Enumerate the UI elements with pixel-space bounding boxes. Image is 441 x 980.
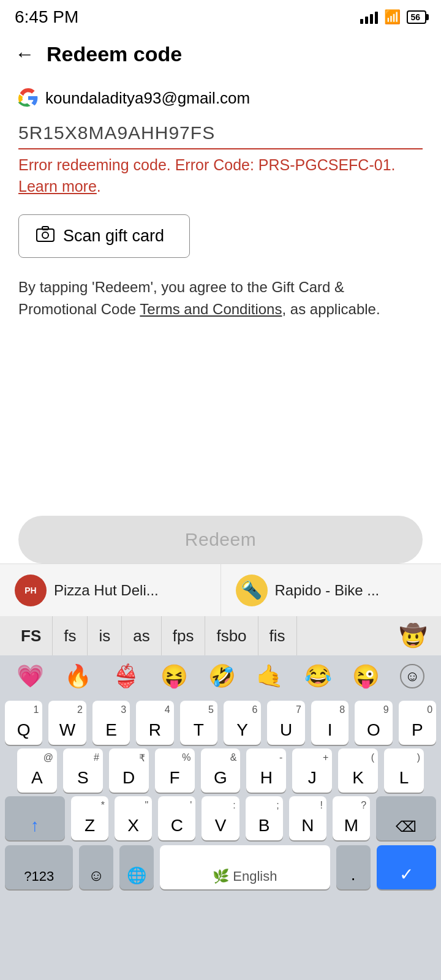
emoji-wink[interactable]: 😜 [352, 663, 380, 689]
emoji-fire[interactable]: 🔥 [64, 663, 92, 689]
key-x[interactable]: "X [115, 796, 152, 840]
key-h[interactable]: -H [246, 748, 286, 793]
header: ← Redeem code [0, 32, 441, 76]
keyboard-row-1: 1Q 2W 3E 4R 5T 6Y 7U 8I 9O 0P [0, 697, 441, 745]
key-y[interactable]: 6Y [224, 701, 261, 745]
app-suggestion-rapido[interactable]: 🔦 Rapido - Bike ... [221, 564, 442, 616]
google-logo-icon [18, 88, 38, 108]
emoji-tongue[interactable]: 😝 [160, 663, 188, 689]
svg-rect-2 [42, 227, 48, 230]
key-r[interactable]: 4R [136, 701, 173, 745]
autocomplete-fs[interactable]: FS [10, 616, 53, 655]
key-l[interactable]: )L [384, 748, 424, 793]
autocomplete-fs2[interactable]: fs [53, 616, 88, 655]
svg-point-1 [42, 232, 48, 238]
key-n[interactable]: !N [289, 796, 326, 840]
key-f[interactable]: %F [155, 748, 195, 793]
key-w[interactable]: 2W [48, 701, 86, 745]
pizza-hut-name: Pizza Hut Deli... [54, 582, 159, 599]
space-key[interactable]: 🌿 English [160, 845, 330, 889]
done-key[interactable]: ✓ [377, 845, 436, 889]
num-key[interactable]: ?123 [5, 845, 73, 889]
autocomplete-fis[interactable]: fis [258, 616, 297, 655]
pizza-hut-icon: PH [15, 575, 47, 606]
rapido-name: Rapido - Bike ... [275, 582, 380, 599]
camera-icon [36, 226, 55, 246]
wifi-icon: 📶 [384, 9, 401, 25]
scan-gift-card-label: Scan gift card [63, 227, 164, 246]
keyboard-row-3: ↑ *Z "X 'C :V ;B !N ?M ⌫ [0, 793, 441, 840]
emoji-face-icon[interactable]: ☺ [400, 664, 424, 688]
svg-rect-0 [37, 229, 54, 241]
key-k[interactable]: (K [338, 748, 378, 793]
code-input-wrapper[interactable] [18, 123, 423, 149]
key-q[interactable]: 1Q [5, 701, 42, 745]
globe-key[interactable]: 🌐 [119, 845, 154, 889]
key-e[interactable]: 3E [92, 701, 130, 745]
redeem-button[interactable]: Redeem [18, 516, 423, 564]
key-c[interactable]: 'C [158, 796, 195, 840]
signal-icon [360, 10, 378, 24]
terms-text: By tapping 'Redeem', you agree to the Gi… [18, 276, 423, 320]
app-suggestion-pizza-hut[interactable]: PH Pizza Hut Deli... [0, 564, 221, 616]
keyboard: 1Q 2W 3E 4R 5T 6Y 7U 8I 9O 0P @A #S ₹D %… [0, 697, 441, 980]
code-input[interactable] [18, 123, 423, 149]
learn-more-link[interactable]: Learn more [18, 178, 97, 195]
autocomplete-as[interactable]: as [122, 616, 161, 655]
autocomplete-is[interactable]: is [88, 616, 122, 655]
key-u[interactable]: 7U [267, 701, 304, 745]
autocomplete-fsbo[interactable]: fsbo [205, 616, 258, 655]
content-area: koundaladitya93@gmail.com Error redeemin… [0, 76, 441, 333]
emoji-watermelon[interactable]: 🤣 [208, 663, 236, 689]
key-a[interactable]: @A [17, 748, 57, 793]
emoji-bikini[interactable]: 👙 [112, 663, 140, 689]
key-j[interactable]: +J [292, 748, 332, 793]
key-b[interactable]: ;B [246, 796, 283, 840]
error-message: Error redeeming code. Error Code: PRS-PG… [18, 154, 423, 197]
scan-gift-card-button[interactable]: Scan gift card [18, 214, 190, 258]
key-z[interactable]: *Z [71, 796, 108, 840]
back-button[interactable]: ← [15, 43, 34, 66]
account-row: koundaladitya93@gmail.com [18, 88, 423, 108]
key-p[interactable]: 0P [399, 701, 436, 745]
key-s[interactable]: #S [63, 748, 103, 793]
shift-key[interactable]: ↑ [5, 796, 65, 840]
key-d[interactable]: ₹D [109, 748, 149, 793]
emoji-key[interactable]: ☺ [79, 845, 113, 889]
key-v[interactable]: :V [202, 796, 239, 840]
emoji-row: 💗 🔥 👙 😝 🤣 🤙 😂 😜 ☺ [0, 655, 441, 697]
keyboard-row-bottom: ?123 ☺ 🌐 🌿 English . ✓ [0, 840, 441, 889]
autocomplete-fps[interactable]: fps [162, 616, 206, 655]
key-m[interactable]: ?M [333, 796, 370, 840]
emoji-avatar-button[interactable]: 🤠 [394, 617, 431, 654]
key-t[interactable]: 5T [180, 701, 217, 745]
emoji-laughcry[interactable]: 😂 [304, 663, 332, 689]
emoji-hearts[interactable]: 💗 [17, 663, 44, 689]
status-icons: 📶 56 [360, 9, 426, 25]
keyboard-row-2: @A #S ₹D %F &G -H +J (K )L [0, 745, 441, 793]
status-time: 6:45 PM [15, 7, 78, 27]
account-email: koundaladitya93@gmail.com [45, 89, 250, 108]
backspace-key[interactable]: ⌫ [376, 796, 436, 840]
app-suggestions-bar: PH Pizza Hut Deli... 🔦 Rapido - Bike ... [0, 564, 441, 616]
key-o[interactable]: 9O [355, 701, 392, 745]
key-i[interactable]: 8I [311, 701, 349, 745]
status-bar: 6:45 PM 📶 56 [0, 0, 441, 32]
period-key[interactable]: . [336, 845, 371, 889]
page-title: Redeem code [47, 42, 182, 66]
emoji-hand[interactable]: 🤙 [256, 663, 284, 689]
battery-icon: 56 [407, 10, 426, 24]
rapido-icon: 🔦 [236, 575, 268, 606]
terms-link[interactable]: Terms and Conditions [140, 301, 282, 317]
key-g[interactable]: &G [201, 748, 241, 793]
svg-text:PH: PH [24, 586, 36, 595]
autocomplete-bar: FS fs is as fps fsbo fis 🤠 [0, 616, 441, 655]
